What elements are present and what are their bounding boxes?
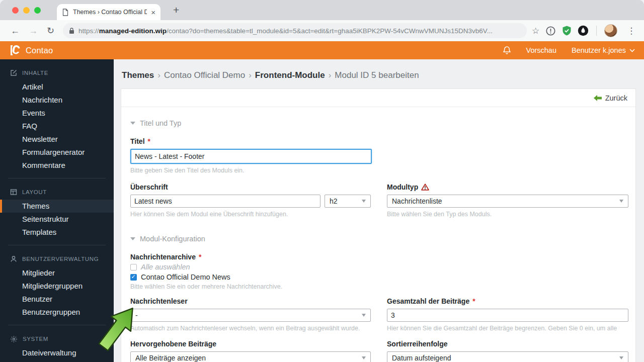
gesamtzahl-label: Gesamtzahl der Beiträge* bbox=[387, 297, 628, 305]
forward-icon[interactable]: → bbox=[29, 26, 38, 36]
section-modul-konfiguration[interactable]: Modul-Konfiguration bbox=[130, 235, 626, 243]
modultyp-select[interactable]: Nachrichtenliste bbox=[387, 195, 628, 208]
ueberschrift-label: Überschrift bbox=[130, 183, 371, 191]
collapse-triangle-icon bbox=[130, 237, 135, 240]
gear-icon bbox=[10, 335, 18, 343]
heading-level-select[interactable]: h2 bbox=[325, 195, 371, 208]
section-titel-und-typ[interactable]: Titel und Typ bbox=[130, 119, 626, 127]
user-menu-label: Benutzer k.jones bbox=[572, 46, 626, 54]
window-zoom-button[interactable] bbox=[34, 7, 41, 14]
required-asterisk: * bbox=[472, 297, 475, 305]
select-caret-icon bbox=[362, 356, 366, 359]
flame-extension-icon[interactable] bbox=[578, 25, 589, 36]
hervorgehobene-select[interactable]: Alle Beiträge anzeigen bbox=[130, 351, 371, 362]
field-modultyp: Modultyp Nachrichtenliste Bitte wählen S… bbox=[387, 183, 628, 218]
sidebar-item-mitgliedergruppen[interactable]: Mitgliedergruppen bbox=[0, 280, 114, 293]
nachrichtenarchive-label: Nachrichtenarchive* bbox=[130, 253, 626, 261]
titel-input[interactable] bbox=[130, 149, 372, 164]
warning-triangle-icon[interactable] bbox=[421, 184, 429, 191]
panel-body: Titel und Typ Titel* Bitte geben Sie den… bbox=[121, 107, 635, 362]
profile-avatar[interactable] bbox=[604, 24, 617, 37]
sidebar-divider bbox=[8, 325, 106, 325]
sidebar-item-seitenstruktur[interactable]: Seitenstruktur bbox=[0, 213, 114, 226]
checkbox-alle-auswaehlen[interactable]: Alle auswählen bbox=[130, 263, 626, 271]
layout-icon bbox=[10, 189, 17, 196]
breadcrumb-themes[interactable]: Themes bbox=[122, 70, 154, 80]
contao-logo bbox=[9, 45, 21, 56]
sidebar-group-benutzerverwaltung: BENUTZERVERWALTUNG bbox=[0, 251, 114, 266]
back-icon[interactable]: ← bbox=[11, 26, 20, 36]
gesamtzahl-hint: Hier können Sie die Gesamtzahl der Beitr… bbox=[387, 325, 628, 332]
required-asterisk: * bbox=[148, 137, 150, 145]
edit-icon bbox=[10, 69, 17, 76]
sortierung-select[interactable]: Datum aufsteigend bbox=[387, 351, 628, 362]
lock-icon bbox=[69, 27, 74, 34]
sidebar-item-faq[interactable]: FAQ bbox=[0, 120, 114, 133]
nachrichtenleser-label: Nachrichtenleser bbox=[130, 297, 371, 305]
sidebar-item-newsletter[interactable]: Newsletter bbox=[0, 133, 114, 146]
browser-tab[interactable]: Themes › Contao Official Demo × bbox=[57, 4, 160, 20]
nachrichtenleser-hint: Automatisch zum Nachrichtenleser wechsel… bbox=[130, 325, 371, 332]
bookmark-star-icon[interactable]: ☆ bbox=[532, 26, 539, 36]
select-caret-icon bbox=[619, 200, 623, 203]
main-content: Themes›Contao Official Demo›Frontend-Mod… bbox=[114, 59, 644, 362]
checkbox-contao-official-demo-news[interactable]: Contao Official Demo News bbox=[130, 273, 626, 281]
select-caret-icon bbox=[619, 356, 623, 359]
gesamtzahl-input[interactable] bbox=[387, 309, 628, 322]
sidebar-item-nachrichten[interactable]: Nachrichten bbox=[0, 94, 114, 107]
checkbox-checked-icon[interactable] bbox=[130, 274, 137, 281]
titel-hint: Bitte geben Sie den Titel des Moduls ein… bbox=[130, 167, 626, 174]
select-caret-icon bbox=[362, 200, 366, 203]
browser-tabstrip: Themes › Contao Official Demo × + bbox=[0, 0, 644, 20]
sidebar-item-themes[interactable]: Themes bbox=[0, 200, 114, 213]
breadcrumb: Themes›Contao Official Demo›Frontend-Mod… bbox=[122, 70, 636, 80]
tab-title: Themes › Contao Official Demo bbox=[73, 9, 147, 16]
sidebar-item-templates[interactable]: Templates bbox=[0, 226, 114, 239]
back-button[interactable]: Zurück bbox=[605, 94, 627, 102]
sidebar-item-formulargenerator[interactable]: Formulargenerator bbox=[0, 146, 114, 159]
reload-icon[interactable]: ↻ bbox=[47, 25, 54, 36]
nachrichtenarchive-hint: Bitte wählen Sie ein oder mehrere Nachri… bbox=[130, 283, 626, 290]
sidebar-divider bbox=[8, 178, 106, 178]
address-bar[interactable]: https://managed-edition.wip/contao?do=th… bbox=[63, 23, 527, 38]
sidebar-item-benutzergruppen[interactable]: Benutzergruppen bbox=[0, 306, 114, 319]
bell-icon[interactable] bbox=[503, 46, 511, 55]
breadcrumb-demo[interactable]: Contao Official Demo bbox=[164, 70, 245, 80]
titel-label: Titel* bbox=[130, 137, 626, 145]
field-titel: Titel* Bitte geben Sie den Titel des Mod… bbox=[130, 137, 626, 174]
sidebar-item-events[interactable]: Events bbox=[0, 107, 114, 120]
window-minimize-button[interactable] bbox=[23, 7, 30, 14]
sidebar-divider bbox=[8, 245, 106, 245]
checkbox-unchecked-icon[interactable] bbox=[130, 264, 137, 270]
extension-icons: ⋮ bbox=[545, 24, 636, 37]
sidebar-item-dateiverwaltung[interactable]: Dateiverwaltung bbox=[0, 346, 114, 359]
sidebar-item-kommentare[interactable]: Kommentare bbox=[0, 159, 114, 172]
field-hervorgehobene: Hervorgehobene Beiträge Alle Beiträge an… bbox=[130, 340, 371, 362]
app-header: Contao Vorschau Benutzer k.jones bbox=[0, 41, 644, 59]
sidebar-item-benutzer[interactable]: Benutzer bbox=[0, 293, 114, 306]
sidebar-item-mitglieder[interactable]: Mitglieder bbox=[0, 266, 114, 280]
field-gesamtzahl: Gesamtzahl der Beiträge* Hier können Sie… bbox=[387, 297, 628, 332]
window-close-button[interactable] bbox=[12, 7, 19, 14]
tab-close-icon[interactable]: × bbox=[151, 8, 155, 17]
screen: Themes › Contao Official Demo × + ← → ↻ … bbox=[0, 0, 644, 362]
nachrichtenleser-select[interactable]: - bbox=[130, 309, 371, 322]
breadcrumb-frontend-module[interactable]: Frontend-Module bbox=[255, 70, 325, 80]
sortierung-label: Sortierreihenfolge bbox=[387, 340, 628, 348]
ueberschrift-input[interactable] bbox=[130, 195, 320, 208]
user-menu[interactable]: Benutzer k.jones bbox=[572, 46, 635, 54]
chevron-down-icon bbox=[629, 49, 635, 52]
preview-link[interactable]: Vorschau bbox=[526, 46, 556, 54]
sidebar-group-inhalte: INHALTE bbox=[0, 65, 114, 80]
field-nachrichtenleser: Nachrichtenleser - Automatisch zum Nachr… bbox=[130, 297, 371, 332]
hervorgehobene-label: Hervorgehobene Beiträge bbox=[130, 340, 371, 348]
toolbar-divider bbox=[596, 26, 597, 36]
alert-circle-extension-icon[interactable] bbox=[545, 26, 556, 36]
window-controls bbox=[12, 7, 41, 14]
modultyp-label: Modultyp bbox=[387, 183, 628, 191]
new-tab-button[interactable]: + bbox=[169, 3, 183, 17]
browser-menu-icon[interactable]: ⋮ bbox=[627, 26, 636, 36]
url-text: https://managed-edition.wip/contao?do=th… bbox=[78, 27, 493, 35]
sidebar-item-artikel[interactable]: Artikel bbox=[0, 80, 114, 94]
shield-check-extension-icon[interactable] bbox=[561, 25, 572, 36]
